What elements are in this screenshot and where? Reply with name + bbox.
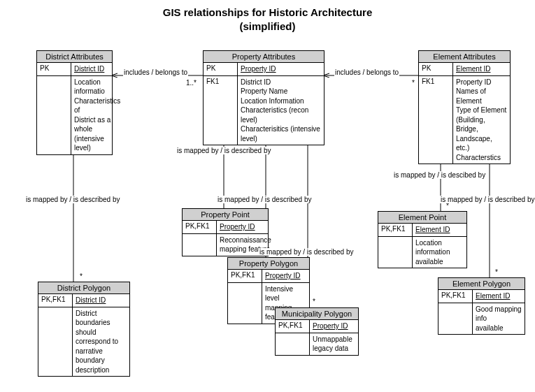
rel-mapped-described-mp: is mapped by / is described by (259, 248, 355, 256)
rel-mapped-described-dp: is mapped by / is described by (25, 196, 121, 203)
key-label: PK,FK1 (438, 290, 473, 303)
attr-body: Good mapping info available (473, 303, 525, 335)
attr-body: Location informatio Characteristics of D… (71, 76, 123, 154)
blank-key (183, 234, 217, 256)
key-field: Property ID (310, 320, 358, 333)
rel-mapped-described-epg: is mapped by / is described by (440, 196, 535, 203)
entity-element-attributes: Element Attributes PK Element ID FK1 Pro… (418, 50, 511, 164)
key-field: Property ID (217, 221, 268, 233)
pk-field: Element ID (453, 63, 510, 75)
key-label: PK,FK1 (38, 294, 73, 307)
blank-key (37, 76, 71, 154)
key-label: PK,FK1 (183, 221, 217, 233)
key-field: District ID (73, 294, 129, 307)
key-label: PK,FK1 (228, 270, 262, 282)
rel-includes-belongs-2: includes / belongs to (334, 68, 399, 76)
pk-field: District ID (71, 63, 112, 75)
entity-municipality-polygon: Municipality Polygon PK,FK1 Property ID … (275, 307, 359, 356)
entity-header: Element Point (378, 212, 466, 224)
entity-header: Property Polygon (228, 258, 309, 270)
entity-header: District Polygon (38, 282, 129, 294)
key-label: PK,FK1 (276, 320, 310, 333)
entity-property-point: Property Point PK,FK1 Property ID Reconn… (182, 208, 269, 256)
blank-key (228, 283, 262, 324)
rel-many-ea: * (411, 79, 415, 87)
rel-includes-belongs-1: includes / belongs to (123, 68, 188, 76)
entity-element-polygon: Element Polygon PK,FK1 Element ID Good m… (438, 277, 525, 335)
fk-label: FK1 (419, 76, 453, 164)
rel-mapped-described-ppg: is mapped by / is described by (217, 196, 313, 203)
entity-header: District Attributes (37, 51, 112, 63)
rel-mapped-descibed-ep: is mapped by / is descibed by (393, 171, 486, 179)
key-field: Property ID (262, 270, 309, 282)
rel-many-mp: * (312, 298, 316, 305)
attr-body: District ID Property Name Location Infor… (238, 76, 324, 145)
rel-many-epg: * (494, 268, 499, 276)
entity-district-polygon: District Polygon PK,FK1 District ID Dist… (38, 282, 130, 377)
pk-label: PK (37, 63, 71, 75)
title-line-2: (simplified) (0, 20, 535, 34)
entity-header: Municipality Polygon (276, 308, 358, 320)
pk-label: PK (419, 63, 453, 75)
diagram-title: GIS relationships for Historic Architect… (0, 6, 535, 33)
entity-element-point: Element Point PK,FK1 Element ID Location… (378, 211, 467, 268)
pk-label: PK (204, 63, 238, 75)
title-line-1: GIS relationships for Historic Architect… (0, 6, 535, 20)
entity-district-attributes: District Attributes PK District ID Locat… (36, 50, 113, 155)
key-field: Element ID (413, 224, 466, 236)
blank-key (38, 307, 73, 377)
attr-body: Property ID Names of Element Type of Ele… (453, 76, 510, 164)
rel-one-many: 1..* (185, 79, 197, 87)
entity-header: Element Polygon (438, 278, 525, 290)
blank-key (276, 333, 310, 355)
attr-body: District boundaries should correspond to… (73, 307, 129, 377)
key-label: PK,FK1 (378, 224, 413, 236)
pk-field: Property ID (238, 63, 324, 75)
entity-header: Property Attributes (204, 51, 324, 63)
rel-mapped-described-pp: is mapped by / is described by (176, 147, 272, 154)
entity-property-attributes: Property Attributes PK Property ID FK1 D… (203, 50, 324, 145)
rel-many-dp: * (79, 273, 83, 280)
blank-key (378, 237, 413, 268)
entity-header: Element Attributes (419, 51, 510, 63)
attr-body: Location information available (413, 237, 466, 268)
entity-header: Property Point (183, 209, 268, 221)
attr-body: Unmappable legacy data (310, 333, 358, 355)
fk-label: FK1 (204, 76, 238, 145)
blank-key (438, 303, 473, 335)
key-field: Element ID (473, 290, 525, 303)
